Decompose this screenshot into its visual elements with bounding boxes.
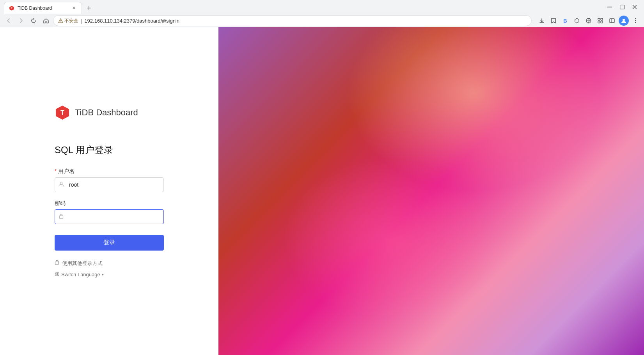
window-maximize-button[interactable]: [617, 2, 628, 12]
url-text: 192.168.110.134:2379/dashboard/#/signin: [84, 18, 179, 24]
svg-text:T: T: [60, 110, 64, 116]
window-close-button[interactable]: [629, 2, 640, 12]
new-tab-button[interactable]: +: [83, 3, 94, 14]
profile-icon[interactable]: [618, 15, 629, 26]
translate-icon[interactable]: [583, 15, 594, 26]
extensions-icon[interactable]: [595, 15, 606, 26]
svg-point-18: [635, 20, 636, 21]
switch-language-text: Switch Language: [61, 272, 100, 277]
other-login-icon: [55, 260, 60, 267]
back-button[interactable]: [3, 15, 14, 26]
address-bar[interactable]: 不安全 | 192.168.110.134:2379/dashboard/#/s…: [53, 15, 532, 26]
chevron-down-icon: ▾: [102, 272, 104, 277]
svg-text:T: T: [11, 7, 12, 9]
window-minimize-button[interactable]: [604, 2, 615, 12]
svg-rect-10: [598, 18, 600, 20]
svg-marker-8: [575, 18, 579, 23]
sidebar-icon[interactable]: [607, 15, 617, 26]
password-form-group: 密码: [55, 200, 187, 224]
svg-rect-12: [598, 21, 600, 23]
svg-rect-11: [601, 18, 603, 20]
menu-icon[interactable]: [630, 15, 641, 26]
bookmark-icon[interactable]: [548, 15, 559, 26]
tab-close-button[interactable]: ✕: [71, 5, 77, 11]
svg-point-16: [623, 19, 625, 21]
other-login-text: 使用其他登录方式: [62, 260, 103, 267]
extension1-icon[interactable]: B: [560, 15, 571, 26]
download-icon[interactable]: [536, 15, 547, 26]
globe-icon: [55, 272, 60, 278]
window-controls: [604, 2, 640, 12]
password-input[interactable]: [55, 209, 164, 224]
browser-toolbar: 不安全 | 192.168.110.134:2379/dashboard/#/s…: [0, 14, 644, 28]
refresh-button[interactable]: [28, 15, 39, 26]
home-button[interactable]: [41, 15, 51, 26]
browser-tab-active[interactable]: T TiDB Dashboard ✕: [4, 2, 82, 14]
svg-rect-14: [610, 19, 614, 23]
profile-avatar: [619, 16, 629, 26]
extension2-icon[interactable]: [571, 15, 582, 26]
app-title: TiDB Dashboard: [75, 108, 138, 118]
password-input-wrapper: [55, 209, 164, 224]
svg-rect-2: [607, 7, 612, 7]
login-button[interactable]: 登录: [55, 235, 164, 251]
logo-section: T TiDB Dashboard: [55, 105, 187, 120]
switch-language-button[interactable]: Switch Language ▾: [55, 272, 187, 278]
tab-favicon: T: [9, 5, 14, 11]
browser-toolbar-icons: B: [536, 15, 641, 26]
browser-titlebar: T TiDB Dashboard ✕ +: [0, 0, 644, 14]
security-warning: 不安全: [58, 18, 78, 24]
svg-rect-24: [55, 262, 59, 265]
left-panel: T TiDB Dashboard SQL 用户登录 *用户名 密码: [0, 27, 218, 355]
required-star: *: [55, 168, 57, 174]
svg-rect-3: [620, 5, 624, 9]
username-input[interactable]: [55, 177, 164, 192]
username-label: *用户名: [55, 168, 187, 175]
tab-title: TiDB Dashboard: [18, 5, 67, 11]
warning-icon: [58, 18, 63, 23]
other-login-link[interactable]: 使用其他登录方式: [55, 260, 187, 267]
svg-point-17: [635, 18, 636, 19]
security-warning-text: 不安全: [64, 18, 78, 24]
username-form-group: *用户名: [55, 168, 187, 192]
browser-chrome: T TiDB Dashboard ✕ +: [0, 0, 644, 27]
page-content: T TiDB Dashboard SQL 用户登录 *用户名 密码: [0, 27, 644, 355]
right-panel: [218, 27, 644, 355]
svg-rect-13: [601, 21, 603, 23]
password-label: 密码: [55, 200, 187, 207]
forward-button[interactable]: [16, 15, 27, 26]
signin-title: SQL 用户登录: [55, 144, 187, 156]
svg-point-7: [60, 22, 61, 22]
svg-point-19: [635, 22, 636, 23]
tidb-logo-icon: T: [55, 105, 70, 120]
username-input-wrapper: [55, 177, 164, 192]
browser-tabs: T TiDB Dashboard ✕ +: [4, 0, 94, 14]
